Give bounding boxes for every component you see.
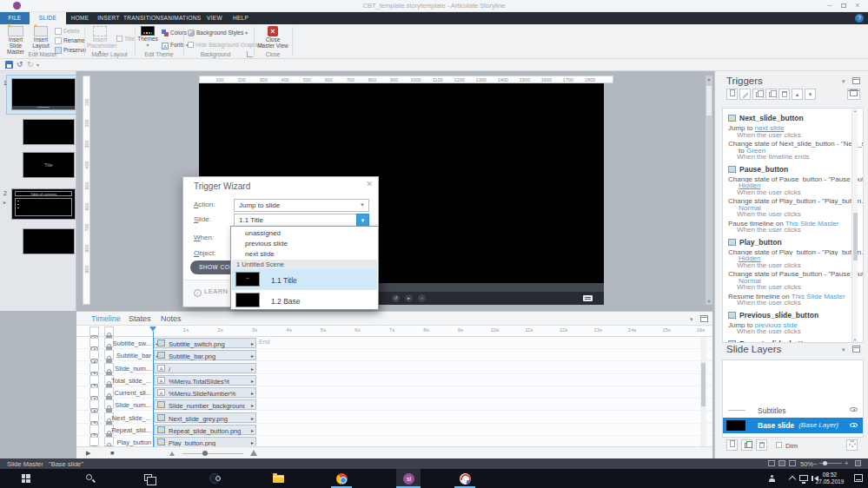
scrollbar-thumb[interactable] [701, 363, 706, 406]
trigger-item[interactable]: Change state of Next_slide_button - "Nex… [728, 141, 863, 161]
timeline-scrollbar[interactable] [700, 337, 706, 447]
trigger-keyboard-button[interactable] [847, 89, 860, 100]
dialog-close-icon[interactable]: ✕ [366, 180, 373, 188]
action-center-icon[interactable] [854, 474, 863, 482]
zoom-out-button[interactable]: – [813, 459, 817, 467]
play-icon[interactable]: ▶ [86, 450, 90, 457]
panel-dock-icon[interactable] [852, 346, 860, 353]
panel-menu-icon[interactable]: ▾ [842, 346, 845, 353]
close-button[interactable]: × [851, 0, 865, 11]
slide-thumbnail[interactable] [23, 228, 75, 254]
slide-thumbnail[interactable] [23, 119, 75, 145]
dropdown-open-icon[interactable]: ▼ [356, 214, 369, 227]
row-visibility-button[interactable] [89, 399, 99, 409]
expand-icon[interactable]: ▸ [251, 427, 254, 433]
view-slide-icon[interactable] [779, 460, 785, 466]
show-all-icon[interactable] [89, 326, 99, 336]
qat-dropdown-icon[interactable]: ▾ [36, 62, 39, 68]
duplicate-layer-button[interactable] [741, 439, 752, 451]
layer-row-subtitles[interactable]: Subtitles [723, 404, 863, 417]
panel-dock-icon[interactable] [852, 77, 860, 84]
app-taskbar-button[interactable] [453, 469, 477, 488]
trigger-item[interactable]: Jump to next slideWhen the user clicks [728, 125, 863, 138]
close-master-view-button[interactable]: × Close Master View [257, 26, 288, 49]
dropdown-option-previous-slide[interactable]: previous slide [232, 239, 377, 249]
trigger-link[interactable]: This Slide Master [785, 221, 839, 228]
show-hidden-icons-icon[interactable] [789, 476, 796, 483]
timeline-tab-timeline[interactable]: Timeline [91, 314, 121, 323]
redo-icon[interactable]: ↻ [27, 60, 34, 69]
ribbon-tab-animations[interactable]: ANIMATIONS [163, 12, 202, 24]
lock-all-icon[interactable] [104, 326, 114, 336]
minimize-button[interactable]: – [823, 0, 837, 11]
trigger-item[interactable]: Change state of Play_button - "Play_butt… [728, 249, 863, 269]
expand-icon[interactable]: ▸ [251, 390, 254, 396]
panel-menu-icon[interactable]: ▾ [690, 316, 693, 323]
row-visibility-button[interactable] [89, 425, 99, 434]
row-visibility-button[interactable] [89, 363, 99, 373]
play-pause-button[interactable]: ▸ [405, 294, 413, 302]
help-icon[interactable]: ? [855, 14, 864, 23]
paste-trigger-button[interactable] [765, 89, 777, 100]
timeline-bar[interactable]: Repeat_slide_button.png▸ [154, 425, 256, 435]
zoom-in-button[interactable]: + [845, 459, 848, 467]
steam-button[interactable] [202, 469, 227, 488]
file-explorer-button[interactable] [266, 469, 290, 488]
panel-dock-icon[interactable] [700, 315, 708, 322]
trigger-item[interactable]: Jump to previous slideWhen the user clic… [728, 322, 863, 335]
move-trigger-down-button[interactable]: ▾ [805, 89, 816, 100]
trigger-item[interactable]: Change state of Pause_button - "Pause_bu… [728, 176, 863, 196]
row-visibility-button[interactable] [89, 437, 99, 446]
trigger-link[interactable]: Hidden [739, 182, 760, 189]
ribbon-tab-help[interactable]: HELP [228, 12, 254, 24]
collapse-icon[interactable]: ▸ [3, 199, 6, 205]
timeline-bar[interactable]: ◂Subtitle_switch.png▸ [154, 338, 256, 348]
zoom-slider[interactable] [819, 463, 842, 464]
trigger-item[interactable]: Resume timeline on This Slide MasterWhen… [728, 293, 863, 307]
network-icon[interactable] [799, 475, 808, 481]
timeline-zoom-slider[interactable] [182, 453, 243, 454]
scroll-down-icon[interactable]: ▼ [852, 338, 858, 342]
trigger-link[interactable]: This Slide Master [792, 293, 845, 300]
dropdown-slide-item[interactable]: 1.1 Title [232, 269, 377, 290]
dropdown-option-unassigned[interactable]: unassigned [232, 228, 377, 239]
stage-scrollbar[interactable]: ▲ ▼ [706, 76, 712, 305]
storyline-taskbar-button[interactable]: sl [396, 469, 421, 488]
scroll-up-icon[interactable]: ▲ [852, 109, 858, 113]
undo-icon[interactable]: ↺ [17, 60, 23, 69]
fonts-button[interactable]: AFonts ▾ [162, 42, 189, 49]
colors-button[interactable]: Colors ▾ [162, 30, 191, 36]
insert-layout-button[interactable]: ★ Insert Layout [30, 26, 52, 49]
timeline-bar[interactable]: Slide_number_background.png▸ [154, 399, 256, 410]
ribbon-tab-insert[interactable]: INSERT [94, 12, 123, 24]
background-styles-button[interactable]: Background Styles ▾ [188, 30, 248, 36]
zoom-out-icon[interactable] [169, 452, 175, 456]
clock[interactable]: 08:52 27.05.2019 [811, 472, 849, 485]
new-trigger-button[interactable] [726, 89, 738, 100]
stop-icon[interactable]: ■ [110, 450, 114, 456]
row-visibility-button[interactable] [89, 412, 99, 422]
edit-trigger-button[interactable] [739, 89, 751, 100]
timeline-bar[interactable]: %Menu.SlideNumber%▸ [154, 387, 256, 398]
trigger-item[interactable]: Pause timeline on This Slide MasterWhen … [728, 221, 863, 234]
dropdown-option-next-slide[interactable]: next slide [232, 249, 377, 260]
fit-to-window-icon[interactable] [855, 460, 861, 466]
copy-trigger-button[interactable] [752, 89, 764, 100]
action-dropdown[interactable]: Jump to slide▼ [234, 199, 369, 212]
people-icon[interactable] [768, 475, 775, 482]
expand-icon[interactable]: ▸ [251, 415, 254, 421]
new-layer-button[interactable] [726, 439, 738, 451]
move-trigger-up-button[interactable]: ▴ [792, 89, 803, 100]
zoom-in-icon[interactable] [250, 450, 257, 456]
row-visibility-button[interactable] [89, 375, 99, 385]
dim-checkbox[interactable] [776, 442, 782, 448]
slide-thumbnail[interactable]: Table of contents [11, 188, 76, 220]
trigger-list-scrollbar[interactable]: ▲ ▼ [851, 109, 858, 342]
timeline-tab-states[interactable]: States [129, 314, 151, 323]
panel-menu-icon[interactable]: ▾ [842, 78, 845, 85]
layer-visibility-icon[interactable] [850, 407, 858, 412]
layer-properties-button[interactable] [846, 439, 858, 451]
ribbon-tab-home[interactable]: HOME [66, 12, 94, 24]
title-checkbox[interactable]: Title [116, 36, 135, 42]
view-notes-icon[interactable] [789, 460, 796, 466]
